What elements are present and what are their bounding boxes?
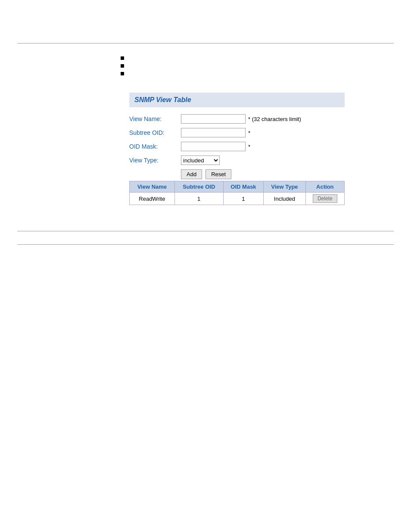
cell-oid-mask: 1: [223, 193, 264, 205]
snmp-data-table: View Name Subtree OID OID Mask View Type…: [129, 181, 345, 205]
col-subtree-oid: Subtree OID: [174, 181, 223, 193]
bullet-icon: [121, 64, 124, 68]
oid-mask-row: OID Mask: *: [129, 142, 345, 151]
oid-mask-label: OID Mask:: [129, 143, 181, 150]
reset-button[interactable]: Reset: [206, 169, 231, 179]
view-type-row: View Type: included excluded: [129, 156, 345, 165]
col-view-name: View Name: [130, 181, 175, 193]
bottom-divider-1: [17, 231, 394, 231]
table-header-row: View Name Subtree OID OID Mask View Type…: [130, 181, 345, 193]
subtree-oid-note: *: [248, 130, 250, 136]
col-view-type: View Type: [264, 181, 305, 193]
snmp-view-table-header: SNMP View Table: [129, 93, 345, 107]
bottom-divider-2: [17, 244, 394, 245]
page-container: SNMP View Table View Name: * (32 charact…: [0, 43, 411, 532]
bullet-icon: [121, 56, 124, 60]
delete-button[interactable]: Delete: [313, 194, 337, 203]
cell-subtree-oid: 1: [174, 193, 223, 205]
add-button[interactable]: Add: [181, 169, 202, 179]
cell-action: Delete: [305, 193, 344, 205]
view-name-row: View Name: * (32 characters limit): [129, 114, 345, 124]
cell-view-name: ReadWrite: [130, 193, 175, 205]
snmp-section: SNMP View Table View Name: * (32 charact…: [129, 93, 345, 205]
oid-mask-input[interactable]: [181, 142, 246, 151]
subtree-oid-row: Subtree OID: *: [129, 128, 345, 137]
list-item: [121, 56, 411, 60]
snmp-view-table-title: SNMP View Table: [134, 96, 191, 103]
view-name-label: View Name:: [129, 115, 181, 122]
cell-view-type: Included: [264, 193, 305, 205]
table-row: ReadWrite 1 1 Included Delete: [130, 193, 345, 205]
oid-mask-note: *: [248, 143, 250, 150]
list-item: [121, 72, 411, 75]
subtree-oid-input[interactable]: [181, 128, 246, 137]
top-divider: [17, 43, 394, 44]
subtree-oid-label: Subtree OID:: [129, 129, 181, 136]
view-type-select[interactable]: included excluded: [181, 156, 220, 165]
view-type-label: View Type:: [129, 157, 181, 164]
col-action: Action: [305, 181, 344, 193]
bullet-list: [121, 56, 411, 75]
bullet-icon: [121, 72, 124, 75]
view-name-note: * (32 characters limit): [248, 116, 301, 122]
list-item: [121, 64, 411, 68]
view-name-input[interactable]: [181, 114, 246, 124]
button-row: Add Reset: [181, 169, 345, 179]
col-oid-mask: OID Mask: [223, 181, 264, 193]
